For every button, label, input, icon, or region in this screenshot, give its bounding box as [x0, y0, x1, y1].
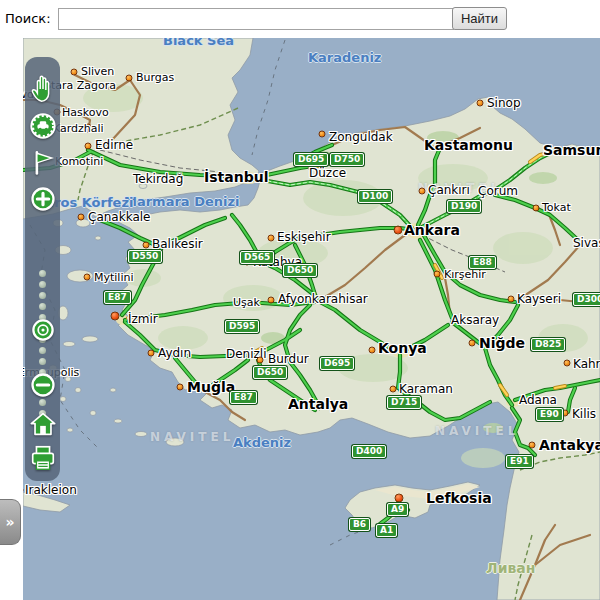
- city-label: Karaman: [399, 382, 453, 396]
- city-label: Çankırı: [428, 183, 470, 197]
- road-shield: D550: [128, 250, 162, 263]
- city-label: İzmir: [128, 312, 158, 326]
- road-shield: E87: [104, 291, 131, 304]
- road-shield: D400: [352, 445, 386, 458]
- city-dot: [533, 205, 540, 212]
- city-label: İstanbul: [204, 169, 268, 185]
- city-label: Düzce: [309, 166, 346, 180]
- map-overlay: NAVITELNAVITELNAVITELBlack SeaKaradenizM…: [23, 38, 600, 600]
- city-label: Burgas: [136, 71, 174, 84]
- city-label: Niğde: [479, 335, 525, 351]
- city-label: Kastamonu: [424, 137, 513, 153]
- city-dot: [143, 242, 150, 249]
- sea-label: Marmara Denizi: [124, 194, 240, 209]
- city-label: Kilis: [572, 407, 596, 421]
- city-label: Kahramanmaraş: [573, 357, 600, 371]
- sea-label: Akdeniz: [233, 435, 291, 450]
- map-canvas[interactable]: NAVITELNAVITELNAVITELBlack SeaKaradenizM…: [23, 38, 600, 600]
- print-icon[interactable]: [25, 441, 60, 475]
- map-toolbar: [25, 57, 60, 481]
- city-label: Tekirdağ: [133, 172, 183, 186]
- city-label: Çanakkale: [88, 210, 150, 224]
- city-dot: [394, 226, 403, 235]
- city-dot: [319, 131, 326, 138]
- city-label: Edirne: [95, 138, 133, 152]
- road-shield: E90: [536, 408, 563, 421]
- city-label: Uşak: [233, 296, 260, 309]
- search-label: Поиск:: [5, 11, 51, 26]
- road-shield: D300: [573, 293, 600, 306]
- city-label: Eskişehir: [277, 230, 331, 244]
- city-dot: [85, 143, 92, 150]
- zoom-out-icon[interactable]: [25, 368, 60, 402]
- city-label: Irakleion: [25, 483, 77, 497]
- city-dot: [508, 296, 515, 303]
- road-shield: D565: [240, 251, 274, 264]
- road-shield: D190: [447, 200, 481, 213]
- panel-expand-tab[interactable]: »: [0, 499, 21, 545]
- road-shield: A9: [387, 503, 408, 516]
- city-label: Sinop: [487, 96, 521, 110]
- city-dot: [84, 274, 91, 281]
- city-label: Çorum: [478, 184, 518, 198]
- sea-label: Karadeniz: [308, 50, 381, 65]
- city-label: Tokat: [542, 201, 571, 214]
- car-route-icon[interactable]: [25, 109, 60, 143]
- city-dot: [268, 235, 275, 242]
- city-dot: [257, 357, 264, 364]
- road-shield: E87: [230, 391, 257, 404]
- city-label: Balıkesir: [152, 237, 203, 251]
- road-shield: D100: [358, 190, 392, 203]
- city-dot: [419, 188, 426, 195]
- city-label: Kırşehir: [444, 268, 486, 281]
- city-label: Konya: [378, 340, 427, 356]
- road-shield: D825: [531, 338, 565, 351]
- city-dot: [395, 494, 404, 503]
- city-label: Ankara: [404, 222, 460, 238]
- city-dot: [126, 75, 133, 82]
- road-shield: D595: [225, 320, 259, 333]
- map-watermark: NAVITEL: [435, 424, 519, 438]
- city-dot: [477, 100, 484, 107]
- city-dot: [148, 350, 155, 357]
- city-label: Adana: [519, 393, 557, 407]
- country-label: Ливан: [486, 560, 535, 576]
- road-shield: E88: [469, 256, 496, 269]
- search-input[interactable]: [58, 8, 454, 30]
- road-shield: A1: [376, 524, 397, 537]
- road-shield: D715: [387, 396, 421, 409]
- zoom-in-icon[interactable]: [25, 182, 60, 216]
- chevron-right-icon: »: [5, 514, 14, 530]
- city-dot: [78, 214, 85, 221]
- city-label: Antakya: [539, 437, 600, 453]
- find-button[interactable]: Найти: [452, 7, 507, 30]
- road-shield: D750: [330, 153, 364, 166]
- pan-hand-icon[interactable]: [25, 71, 60, 105]
- city-dot: [111, 312, 120, 321]
- city-dot: [268, 297, 275, 304]
- city-label: Zonguldak: [329, 130, 393, 144]
- city-label: Muğla: [187, 379, 235, 395]
- city-label: Samsun: [543, 142, 600, 158]
- city-label: Mytilini: [94, 271, 134, 284]
- zoom-slider-knob[interactable]: [25, 313, 60, 347]
- search-bar: Поиск: Найти: [0, 0, 600, 38]
- city-label: Afyonkarahisar: [278, 292, 368, 306]
- city-dot: [177, 384, 184, 391]
- road-shield: D650: [283, 264, 317, 277]
- map-watermark: NAVITEL: [150, 430, 234, 444]
- city-dot: [71, 69, 78, 76]
- city-label: Sliven: [81, 65, 114, 78]
- city-label: Kayseri: [517, 292, 561, 306]
- flag-marker-icon[interactable]: [25, 145, 60, 179]
- city-dot: [369, 347, 376, 354]
- road-shield: D695: [294, 153, 328, 166]
- city-label: Aydın: [158, 346, 191, 360]
- city-label: Burdur: [268, 352, 309, 366]
- city-label: Komotini: [55, 155, 103, 168]
- city-dot: [390, 386, 397, 393]
- city-label: Antalya: [288, 396, 348, 412]
- home-icon[interactable]: [25, 407, 60, 441]
- city-dot: [469, 340, 476, 347]
- city-dot: [23, 487, 24, 494]
